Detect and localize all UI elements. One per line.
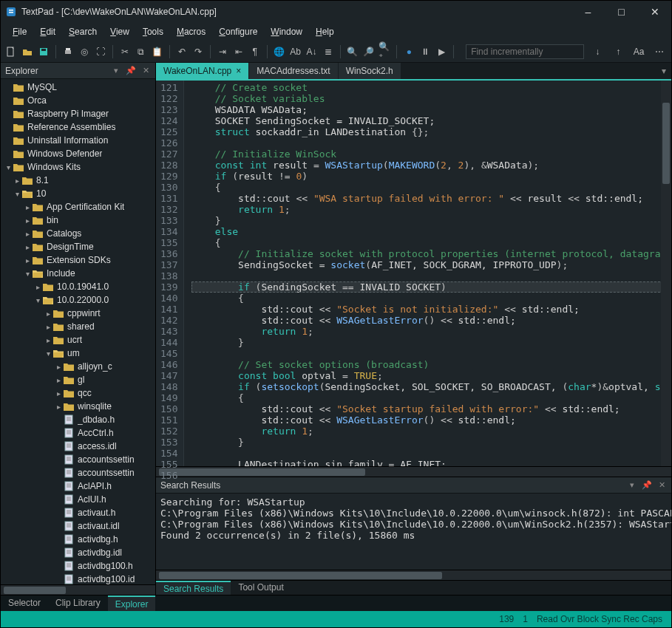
tree-file[interactable]: activdbg100.id <box>1 573 155 584</box>
tree-folder[interactable]: ▸qcc <box>1 386 155 400</box>
tree-file[interactable]: _dbdao.h <box>1 413 155 426</box>
indent-left-icon[interactable]: ⇤ <box>233 44 245 59</box>
indent-right-icon[interactable]: ⇥ <box>217 44 228 59</box>
code-line[interactable]: SendingSocket = socket(AF_INET, SOCK_DGR… <box>191 259 671 270</box>
tree-folder[interactable]: ▸gl <box>1 373 155 386</box>
find-next-icon[interactable]: 🔎 <box>362 44 374 59</box>
copy-icon[interactable]: ⧉ <box>135 44 147 59</box>
tree-file[interactable]: activaut.idl <box>1 519 155 533</box>
code-line[interactable]: std::cout << "WSA startup failed with er… <box>191 193 671 204</box>
tree-file[interactable]: AccCtrl.h <box>1 426 155 440</box>
panel-tab[interactable]: Explorer <box>108 595 156 611</box>
menu-tools[interactable]: Tools <box>137 24 169 39</box>
tree-folder[interactable]: Raspberry Pi Imager <box>1 107 155 120</box>
code-line[interactable]: std::cout << WSAGetLastError() << std::e… <box>191 414 671 426</box>
menu-search[interactable]: Search <box>63 24 103 39</box>
tree-folder[interactable]: ▸DesignTime <box>1 240 155 253</box>
menu-view[interactable]: View <box>104 24 135 39</box>
code-line[interactable] <box>191 137 671 149</box>
code-line[interactable]: { <box>191 237 671 248</box>
maximize-button[interactable]: □ <box>605 1 638 23</box>
code-line[interactable] <box>191 270 671 281</box>
more-options-icon[interactable]: ⋯ <box>652 44 667 59</box>
panel-close-icon[interactable]: ✕ <box>140 66 151 76</box>
tree-file[interactable]: activdbg100.h <box>1 559 155 573</box>
find-up-icon[interactable]: ↑ <box>611 44 625 59</box>
code-line[interactable]: } <box>191 337 671 348</box>
code-line[interactable]: } <box>191 215 671 226</box>
match-case-icon[interactable]: Aa <box>631 44 646 59</box>
tree-folder[interactable]: ▾um <box>1 347 155 360</box>
code-line[interactable]: std::cout << "Socket startup failed with… <box>191 403 671 414</box>
editor-tab[interactable]: WinSock2.h <box>339 63 401 79</box>
tree-folder[interactable]: ▸Extension SDKs <box>1 253 155 267</box>
tree-folder[interactable]: ▸ucrt <box>1 333 155 347</box>
open-file-icon[interactable] <box>21 44 33 59</box>
code-line[interactable]: return 1; <box>191 426 671 437</box>
menu-window[interactable]: Window <box>265 24 308 39</box>
code-editor[interactable]: 1211221231241251261271281291301311321331… <box>156 81 671 466</box>
tree-file[interactable]: AclAPI.h <box>1 479 155 493</box>
panel-tab[interactable]: Clip Library <box>48 595 108 611</box>
file-tree[interactable]: MySQLOrcaRaspberry Pi ImagerReference As… <box>1 79 155 584</box>
tree-folder[interactable]: ▸Catalogs <box>1 227 155 240</box>
menu-edit[interactable]: Edit <box>34 24 61 39</box>
code-line[interactable]: std::cout << WSAGetLastError() << std::e… <box>191 315 671 326</box>
tree-folder[interactable]: MySQL <box>1 81 155 94</box>
tree-folder[interactable]: Reference Assemblies <box>1 120 155 134</box>
play-macro-icon[interactable]: ▶ <box>435 44 447 59</box>
tree-file[interactable]: accountssettin <box>1 453 155 466</box>
menu-file[interactable]: File <box>7 24 33 39</box>
code-line[interactable]: SOCKET SendingSocket = INVALID_SOCKET; <box>191 115 671 126</box>
cut-icon[interactable]: ✂ <box>119 44 131 59</box>
code-line[interactable]: { <box>191 182 671 193</box>
tree-folder[interactable]: ▸cppwinrt <box>1 307 155 320</box>
code-line[interactable]: return 1; <box>191 326 671 337</box>
panel-tab[interactable]: Selector <box>1 595 48 611</box>
tree-folder[interactable]: ▾Windows Kits <box>1 160 155 174</box>
tree-folder[interactable]: Uninstall Information <box>1 134 155 147</box>
tree-folder[interactable]: ▸8.1 <box>1 174 155 187</box>
title-bar[interactable]: TextPad - [C:\dev\WakeOnLAN\WakeOnLAN.cp… <box>1 1 671 23</box>
fullscreen-icon[interactable]: ⛶ <box>95 44 106 59</box>
tree-folder[interactable]: ▸10.0.19041.0 <box>1 280 155 293</box>
code-line[interactable]: WSADATA WSAData; <box>191 104 671 115</box>
tree-folder[interactable]: ▸alljoyn_c <box>1 360 155 373</box>
tree-file[interactable]: activdbg.h <box>1 533 155 546</box>
tree-folder[interactable]: ▾10.0.22000.0 <box>1 293 155 307</box>
explorer-hscroll[interactable] <box>1 584 155 595</box>
sort-icon[interactable]: A↓ <box>305 44 317 59</box>
browser-icon[interactable]: 🌐 <box>273 44 285 59</box>
paragraph-icon[interactable]: ¶ <box>249 44 261 59</box>
menu-help[interactable]: Help <box>310 24 340 39</box>
code-line[interactable]: LANDestination.sin_family = AF_INET; <box>191 459 671 466</box>
code-line[interactable]: if (result != 0) <box>191 171 671 182</box>
tree-folder[interactable]: ▾Include <box>1 267 155 280</box>
editor-vscroll[interactable] <box>661 81 671 466</box>
new-file-icon[interactable] <box>5 44 17 59</box>
search-results-tab[interactable]: Search Results <box>156 581 231 595</box>
print-icon[interactable] <box>62 44 74 59</box>
code-line[interactable]: // Socket variables <box>191 93 671 104</box>
find-input[interactable] <box>466 44 584 59</box>
code-line[interactable]: return 1; <box>191 204 671 215</box>
editor-tab[interactable]: MACAddresses.txt <box>249 63 337 79</box>
tree-file[interactable]: activaut.h <box>1 506 155 519</box>
find-files-icon[interactable]: 🔍⁺ <box>379 44 390 59</box>
pin-icon[interactable]: 📌 <box>642 480 652 491</box>
tree-file[interactable]: accountssettin <box>1 466 155 479</box>
record-macro-icon[interactable]: ● <box>403 44 415 59</box>
tree-file[interactable]: activdbg.idl <box>1 546 155 559</box>
menu-macros[interactable]: Macros <box>171 24 211 39</box>
code-line[interactable]: // Create socket <box>191 82 671 93</box>
minimize-button[interactable]: – <box>571 1 605 23</box>
tree-file[interactable]: access.idl <box>1 440 155 453</box>
undo-icon[interactable]: ↶ <box>176 44 188 59</box>
code-line[interactable]: // Set socket options (broadcast) <box>191 359 671 370</box>
spellcheck-icon[interactable]: Ab <box>289 44 301 59</box>
code-line[interactable]: const bool optval = TRUE; <box>191 370 671 381</box>
code-line[interactable]: const int result = WSAStartup(MAKEWORD(2… <box>191 160 671 171</box>
close-button[interactable]: ✕ <box>638 1 671 23</box>
code-line[interactable]: if (SendingSocket == INVALID SOCKET) <box>191 281 671 293</box>
redo-icon[interactable]: ↷ <box>192 44 204 59</box>
